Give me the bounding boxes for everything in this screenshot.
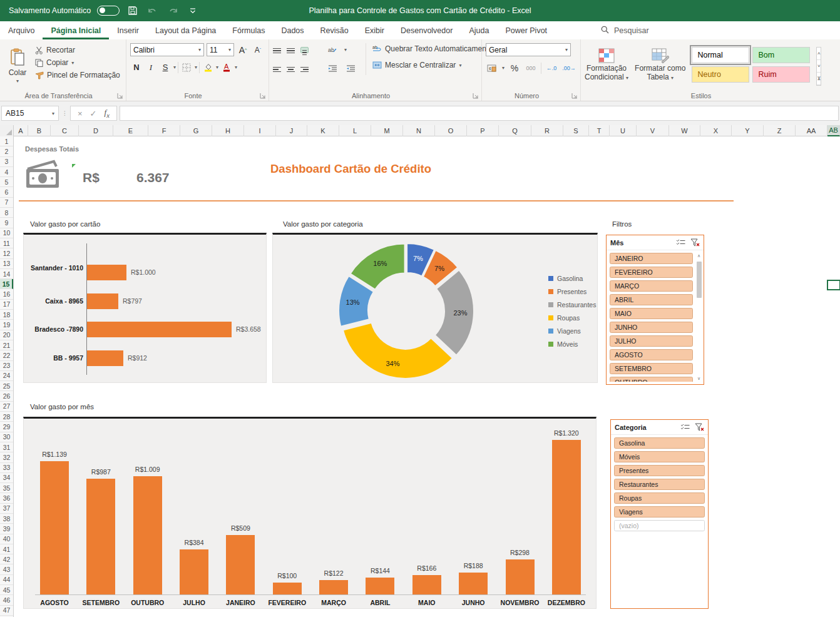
align-middle-icon[interactable] (287, 47, 295, 53)
column-FEVEREIRO[interactable] (273, 583, 302, 594)
conditional-formatting-button[interactable]: FormataçãoCondicional ▾ (585, 43, 628, 87)
slicer-item-Móveis[interactable]: Móveis (614, 451, 705, 462)
row-header-43[interactable]: 43 (0, 564, 13, 574)
row-header-39[interactable]: 39 (0, 524, 13, 534)
slicer-item-AGOSTO[interactable]: AGOSTO (610, 349, 693, 360)
column-OUTUBRO[interactable] (133, 476, 162, 594)
decrease-font-icon[interactable]: Aˇ (252, 43, 264, 56)
selected-cell-AB15[interactable] (827, 280, 840, 290)
slicer-item-SETEMBRO[interactable]: SETEMBRO (610, 363, 693, 374)
slicer-item-vazio[interactable]: (vazio) (614, 520, 705, 531)
cancel-entry-icon[interactable]: × (74, 109, 86, 118)
align-top-icon[interactable] (273, 47, 281, 53)
increase-decimal-icon[interactable]: ←.0 (545, 61, 558, 74)
row-header-12[interactable]: 12 (0, 248, 13, 258)
styles-gallery-scroll[interactable]: ˄˅⊻ (816, 47, 821, 86)
row-header-47[interactable]: 47 (0, 606, 13, 616)
row-header-46[interactable]: 46 (0, 595, 13, 605)
copy-button[interactable]: Copiar▾ (35, 58, 120, 67)
chart-by-category[interactable]: 7%7%23%34%13%16%GasolinaPresentesRestaur… (272, 233, 598, 383)
row-header-33[interactable]: 33 (0, 463, 13, 473)
row-header-26[interactable]: 26 (0, 391, 13, 401)
thousands-icon[interactable]: 000 (525, 61, 537, 74)
column-header-AB[interactable]: AB (827, 125, 840, 136)
column-header-O[interactable]: O (435, 125, 467, 136)
font-dialog-launcher-icon[interactable] (260, 93, 266, 99)
font-family-select[interactable]: Calibri▾ (130, 43, 204, 56)
column-header-B[interactable]: B (28, 125, 51, 136)
decrease-decimal-icon[interactable]: .00→ (561, 61, 576, 74)
row-header-2[interactable]: 2 (0, 146, 13, 156)
font-size-select[interactable]: 11▾ (207, 43, 234, 56)
orientation-icon[interactable]: ab (326, 43, 339, 56)
alignment-dialog-launcher-icon[interactable] (473, 93, 479, 99)
tab-desenvolvedor[interactable]: Desenvolvedor (392, 21, 461, 39)
row-header-34[interactable]: 34 (0, 473, 13, 483)
row-header-11[interactable]: 11 (0, 238, 13, 248)
column-header-N[interactable]: N (403, 125, 435, 136)
column-header-R[interactable]: R (531, 125, 563, 136)
row-header-13[interactable]: 13 (0, 259, 13, 269)
underline-caret-icon[interactable]: ▾ (173, 64, 176, 70)
slicer-item-Presentes[interactable]: Presentes (614, 465, 705, 476)
wrap-text-button[interactable]: ab Quebrar Texto Automaticamente (372, 44, 493, 53)
align-right-icon[interactable] (300, 66, 309, 72)
slicer-item-JANEIRO[interactable]: JANEIRO (610, 253, 693, 264)
save-icon[interactable] (126, 4, 140, 18)
tab-página-inicial[interactable]: Página Inicial (43, 21, 109, 39)
row-header-27[interactable]: 27 (0, 402, 13, 412)
row-header-36[interactable]: 36 (0, 493, 13, 503)
donut-slice-Roupas[interactable] (343, 323, 453, 379)
column-header-F[interactable]: F (148, 125, 180, 136)
select-all-corner[interactable] (0, 125, 14, 136)
bar-Santander - 1010[interactable] (87, 265, 126, 280)
slicer-mes[interactable]: MêsJANEIROFEVEREIROMARÇOABRILMAIOJUNHOJU… (606, 235, 704, 385)
row-header-14[interactable]: 14 (0, 269, 13, 279)
row-header-31[interactable]: 31 (0, 442, 13, 452)
tab-ajuda[interactable]: Ajuda (461, 21, 497, 39)
column-header-H[interactable]: H (212, 125, 244, 136)
row-header-7[interactable]: 7 (0, 198, 13, 208)
column-header-S[interactable]: S (563, 125, 589, 136)
insert-function-icon[interactable]: fx (101, 108, 113, 119)
autosave-toggle[interactable] (97, 6, 120, 16)
cell-style-bom[interactable]: Bom (752, 47, 810, 63)
legend-item-Presentes[interactable]: Presentes (548, 288, 586, 295)
slicer-item-MARÇO[interactable]: MARÇO (610, 280, 693, 292)
accounting-format-icon[interactable]: ¢ (486, 61, 498, 74)
column-NOVEMBRO[interactable] (506, 559, 535, 594)
merge-center-button[interactable]: Mesclar e Centralizar▾ (372, 61, 493, 69)
tab-arquivo[interactable]: Arquivo (0, 21, 43, 39)
format-as-table-button[interactable]: Formatar comoTabela ▾ (635, 43, 685, 87)
slicer-item-Viagens[interactable]: Viagens (614, 506, 705, 518)
scroll-up-icon[interactable]: ∧ (695, 253, 702, 259)
column-JANEIRO[interactable] (226, 535, 255, 594)
legend-item-Viagens[interactable]: Viagens (548, 327, 581, 335)
align-bottom-icon[interactable] (300, 47, 309, 53)
cell-style-neutro[interactable]: Neutro (692, 66, 749, 83)
clear-filter-icon[interactable] (695, 423, 704, 431)
column-header-D[interactable]: D (79, 125, 113, 136)
column-header-T[interactable]: T (589, 125, 610, 136)
tab-power-pivot[interactable]: Power Pivot (497, 21, 555, 39)
column-SETEMBRO[interactable] (86, 479, 115, 594)
column-header-J[interactable]: J (276, 125, 307, 136)
row-header-35[interactable]: 35 (0, 483, 13, 493)
slicer-item-Restaurantes[interactable]: Restaurantes (614, 479, 705, 490)
row-header-41[interactable]: 41 (0, 544, 13, 554)
row-header-24[interactable]: 24 (0, 371, 13, 381)
number-format-select[interactable]: Geral▾ (486, 43, 571, 56)
row-header-30[interactable]: 30 (0, 432, 13, 442)
row-header-9[interactable]: 9 (0, 218, 13, 228)
column-header-Q[interactable]: Q (499, 125, 531, 136)
column-header-A[interactable]: A (14, 125, 28, 136)
column-header-X[interactable]: X (700, 125, 732, 136)
row-header-40[interactable]: 40 (0, 534, 13, 544)
row-header-28[interactable]: 28 (0, 412, 13, 422)
format-painter-button[interactable]: Pincel de Formatação (35, 71, 120, 79)
font-color-icon[interactable]: A (220, 61, 233, 74)
row-headers[interactable]: 1234567891011121314151617181920212223242… (0, 136, 14, 617)
row-header-38[interactable]: 38 (0, 514, 13, 524)
cell-style-ruim[interactable]: Ruim (752, 66, 810, 83)
legend-item-Restaurantes[interactable]: Restaurantes (548, 301, 596, 308)
